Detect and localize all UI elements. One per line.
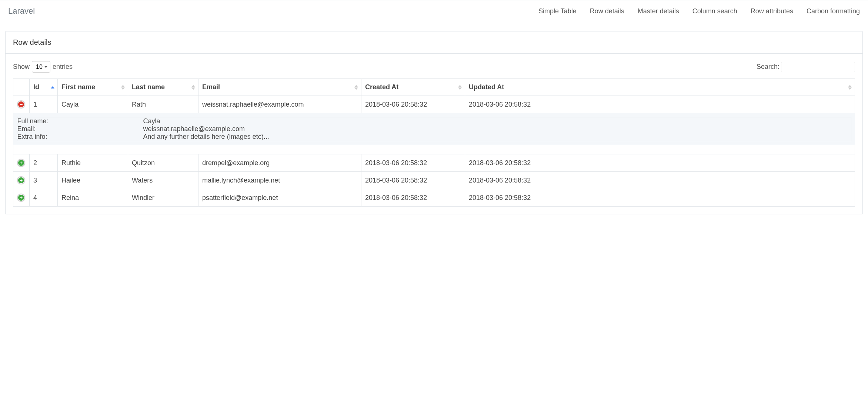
plus-icon: +	[18, 177, 24, 183]
detail-value: weissnat.raphaelle@example.com	[143, 125, 851, 133]
table-header-row: Id First name Last name Email	[13, 79, 855, 96]
detail-field: Full name: Cayla	[17, 117, 851, 125]
nav-simple-table[interactable]: Simple Table	[538, 7, 577, 15]
col-updated-at[interactable]: Updated At	[465, 79, 855, 96]
page-length-select[interactable]: 10	[32, 61, 50, 73]
cell-created-at: 2018-03-06 20:58:32	[361, 96, 465, 113]
detail-label: Email:	[17, 125, 143, 133]
nav-column-search[interactable]: Column search	[692, 7, 737, 15]
top-navbar: Laravel Simple Table Row details Master …	[0, 0, 868, 22]
cell-email: weissnat.raphaelle@example.com	[198, 96, 361, 113]
cell-id: 3	[30, 172, 58, 189]
detail-label: Extra info:	[17, 133, 143, 141]
detail-value: Cayla	[143, 117, 851, 125]
data-table: Id First name Last name Email	[13, 78, 855, 207]
table-row: + 4 Reina Windler psatterfield@example.n…	[13, 189, 855, 207]
sort-asc-icon	[51, 86, 54, 88]
sort-icon	[121, 85, 125, 90]
panel: Row details Show 10 entries Search:	[5, 31, 863, 214]
cell-email: psatterfield@example.net	[198, 189, 361, 207]
col-last-name[interactable]: Last name	[128, 79, 198, 96]
cell-id: 4	[30, 189, 58, 207]
col-email-label: Email	[202, 83, 220, 91]
brand[interactable]: Laravel	[8, 6, 35, 16]
search-input[interactable]	[781, 62, 855, 72]
cell-last-name: Waters	[128, 172, 198, 189]
sort-icon	[191, 85, 195, 90]
cell-last-name: Quitzon	[128, 154, 198, 172]
show-label: Show	[13, 63, 30, 71]
entries-label: entries	[53, 63, 73, 71]
cell-last-name: Rath	[128, 96, 198, 113]
search-label: Search:	[757, 63, 779, 71]
cell-first-name: Reina	[58, 189, 128, 207]
col-id[interactable]: Id	[30, 79, 58, 96]
panel-title: Row details	[6, 31, 862, 54]
cell-first-name: Hailee	[58, 172, 128, 189]
nav-carbon-formatting[interactable]: Carbon formatting	[807, 7, 860, 15]
table-row: − 1 Cayla Rath weissnat.raphaelle@exampl…	[13, 96, 855, 113]
col-id-label: Id	[33, 83, 39, 91]
cell-email: drempel@example.org	[198, 154, 361, 172]
col-expand	[13, 79, 30, 96]
detail-value: And any further details here (images etc…	[143, 133, 851, 141]
nav-row-attributes[interactable]: Row attributes	[751, 7, 793, 15]
col-created-at-label: Created At	[365, 83, 398, 91]
cell-last-name: Windler	[128, 189, 198, 207]
detail-label: Full name:	[17, 117, 143, 125]
cell-id: 1	[30, 96, 58, 113]
cell-updated-at: 2018-03-06 20:58:32	[465, 189, 855, 207]
table-controls: Show 10 entries Search:	[13, 61, 855, 73]
sort-icon	[848, 85, 852, 90]
sort-icon	[354, 85, 358, 90]
col-created-at[interactable]: Created At	[361, 79, 465, 96]
expand-row-button[interactable]: +	[17, 176, 25, 184]
col-email[interactable]: Email	[198, 79, 361, 96]
col-first-name-label: First name	[61, 83, 95, 91]
sort-icon	[51, 86, 54, 88]
cell-updated-at: 2018-03-06 20:58:32	[465, 172, 855, 189]
cell-id: 2	[30, 154, 58, 172]
row-detail-panel: Full name: Cayla Email: weissnat.raphael…	[13, 113, 855, 145]
detail-field: Email: weissnat.raphaelle@example.com	[17, 125, 851, 133]
cell-first-name: Ruthie	[58, 154, 128, 172]
cell-updated-at: 2018-03-06 20:58:32	[465, 154, 855, 172]
expand-row-button[interactable]: +	[17, 194, 25, 202]
cell-created-at: 2018-03-06 20:58:32	[361, 172, 465, 189]
collapse-row-button[interactable]: −	[17, 100, 25, 108]
detail-field: Extra info: And any further details here…	[17, 133, 851, 141]
length-control: Show 10 entries	[13, 61, 73, 73]
search-control: Search:	[757, 62, 855, 72]
col-updated-at-label: Updated At	[469, 83, 504, 91]
table-row: + 3 Hailee Waters mallie.lynch@example.n…	[13, 172, 855, 189]
cell-first-name: Cayla	[58, 96, 128, 113]
cell-created-at: 2018-03-06 20:58:32	[361, 154, 465, 172]
plus-icon: +	[18, 160, 24, 166]
nav-master-details[interactable]: Master details	[638, 7, 679, 15]
expand-row-button[interactable]: +	[17, 159, 25, 167]
plus-icon: +	[18, 195, 24, 201]
minus-icon: −	[18, 101, 24, 107]
nav-row-details[interactable]: Row details	[590, 7, 624, 15]
nav-links: Simple Table Row details Master details …	[538, 7, 860, 15]
cell-created-at: 2018-03-06 20:58:32	[361, 189, 465, 207]
table-row: + 2 Ruthie Quitzon drempel@example.org 2…	[13, 154, 855, 172]
cell-email: mallie.lynch@example.net	[198, 172, 361, 189]
col-last-name-label: Last name	[132, 83, 165, 91]
col-first-name[interactable]: First name	[58, 79, 128, 96]
sort-icon	[458, 85, 462, 90]
cell-updated-at: 2018-03-06 20:58:32	[465, 96, 855, 113]
